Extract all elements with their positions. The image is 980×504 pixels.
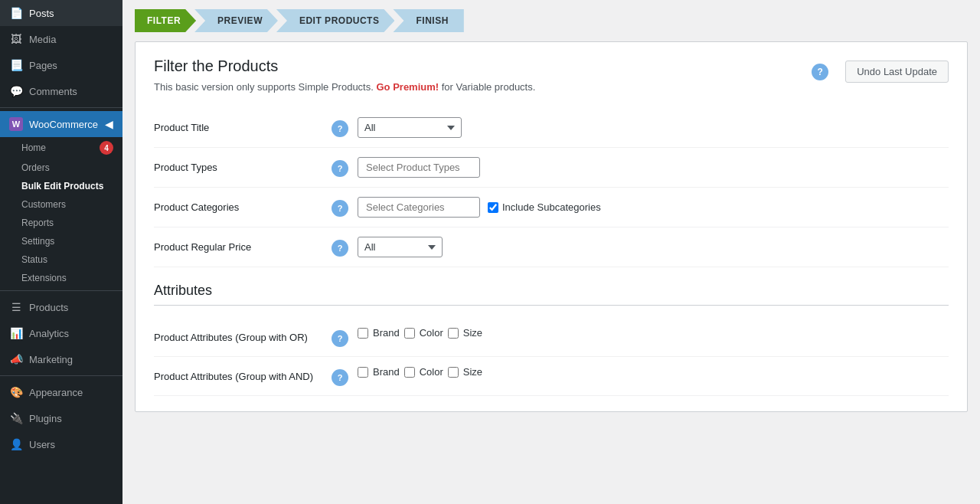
attr-or-size-label[interactable]: Size xyxy=(463,327,482,339)
product-attributes-or-control: Brand Color Size xyxy=(358,327,949,339)
sidebar-sep-2 xyxy=(0,290,122,291)
product-price-select[interactable]: All Less than Greater than Equal to xyxy=(358,237,443,257)
wizard-step-preview[interactable]: Preview xyxy=(194,9,278,32)
plugins-icon: 🔌 xyxy=(9,411,23,425)
sidebar-item-woocommerce[interactable]: W WooCommerce ◀ xyxy=(0,111,122,137)
products-icon: ☰ xyxy=(9,300,23,314)
media-icon: 🖼 xyxy=(9,32,23,46)
attributes-title: Attributes xyxy=(154,283,949,299)
attr-and-color-checkbox[interactable] xyxy=(404,367,415,378)
go-premium-link[interactable]: Go Premium! xyxy=(376,81,439,93)
product-attributes-and-help[interactable]: ? xyxy=(332,369,348,386)
attr-and-brand-checkbox[interactable] xyxy=(358,367,368,378)
posts-icon: 📄 xyxy=(9,6,23,20)
sidebar-item-posts[interactable]: 📄 Posts xyxy=(0,0,122,26)
product-categories-placeholder[interactable]: Select Categories xyxy=(358,197,480,218)
users-icon: 👤 xyxy=(9,437,23,451)
attr-and-size-label[interactable]: Size xyxy=(463,366,482,378)
sidebar-item-products[interactable]: ☰ Products xyxy=(0,294,122,320)
include-subcategories-text: Include Subcategories xyxy=(502,201,601,213)
product-attributes-and-label: Product Attributes (Group with AND) xyxy=(154,366,322,382)
product-types-help[interactable]: ? xyxy=(332,160,348,177)
sidebar-item-comments[interactable]: 💬 Comments xyxy=(0,78,122,104)
sidebar-item-analytics[interactable]: 📊 Analytics xyxy=(0,320,122,346)
extensions-label: Extensions xyxy=(21,273,67,283)
home-label: Home xyxy=(21,142,46,153)
sidebar-item-orders[interactable]: Orders xyxy=(0,159,122,177)
attr-and-size-checkbox[interactable] xyxy=(448,367,459,378)
include-subcategories-checkbox[interactable] xyxy=(488,202,498,213)
pages-icon: 📃 xyxy=(9,58,23,72)
sidebar-item-reports[interactable]: Reports xyxy=(0,214,122,232)
appearance-label: Appearance xyxy=(29,387,83,398)
attr-or-brand-label[interactable]: Brand xyxy=(373,327,400,339)
sidebar-item-media[interactable]: 🖼 Media xyxy=(0,26,122,52)
sidebar-item-status[interactable]: Status xyxy=(0,250,122,269)
sidebar-item-settings[interactable]: Settings xyxy=(0,232,122,250)
product-attributes-and-control: Brand Color Size xyxy=(358,366,949,378)
customers-label: Customers xyxy=(21,199,66,210)
product-types-placeholder[interactable]: Select Product Types xyxy=(358,157,480,178)
product-title-select[interactable]: All Contains Does not contain xyxy=(358,117,462,138)
analytics-icon: 📊 xyxy=(9,326,23,340)
sidebar-item-users[interactable]: 👤 Users xyxy=(0,431,122,457)
product-title-label: Product Title xyxy=(154,117,322,133)
attr-and-brand-label[interactable]: Brand xyxy=(373,366,400,378)
filter-panel: Filter the Products This basic version o… xyxy=(135,41,968,412)
sidebar-label-pages: Pages xyxy=(29,60,57,71)
sidebar-label-media: Media xyxy=(29,34,56,45)
woocommerce-collapse-icon: ◀ xyxy=(105,118,113,130)
product-categories-help[interactable]: ? xyxy=(332,200,348,217)
home-badge: 4 xyxy=(100,141,113,155)
sidebar-item-appearance[interactable]: 🎨 Appearance xyxy=(0,379,122,405)
product-attributes-or-row: Product Attributes (Group with OR) ? Bra… xyxy=(154,318,949,357)
sidebar-item-marketing[interactable]: 📣 Marketing xyxy=(0,346,122,372)
product-price-help[interactable]: ? xyxy=(332,240,348,257)
sidebar-item-extensions[interactable]: Extensions xyxy=(0,269,122,287)
comments-icon: 💬 xyxy=(9,84,23,98)
filter-subtitle-prefix: This basic version only supports Simple … xyxy=(154,81,374,93)
attr-or-size-checkbox[interactable] xyxy=(448,328,459,339)
sidebar-label-comments: Comments xyxy=(29,86,77,97)
woocommerce-label: WooCommerce xyxy=(29,119,98,130)
sidebar-label-posts: Posts xyxy=(29,8,54,19)
undo-last-update-button[interactable]: Undo Last Update xyxy=(845,61,949,83)
sidebar-item-home[interactable]: Home 4 xyxy=(0,137,122,159)
filter-subtitle-suffix: for Variable products. xyxy=(442,81,536,93)
product-attributes-or-label: Product Attributes (Group with OR) xyxy=(154,327,322,343)
product-categories-control: Select Categories Include Subcategories xyxy=(358,197,949,218)
filter-subtitle: This basic version only supports Simple … xyxy=(154,81,535,93)
main-content: Filter Preview Edit Products Finish Filt… xyxy=(122,0,980,504)
include-subcategories-label[interactable]: Include Subcategories xyxy=(488,201,601,213)
product-attributes-or-help[interactable]: ? xyxy=(332,330,348,347)
attr-or-color-checkbox[interactable] xyxy=(404,328,415,339)
wizard-bar: Filter Preview Edit Products Finish xyxy=(122,0,980,32)
attr-or-brand-checkbox[interactable] xyxy=(358,328,368,339)
wizard-step-filter[interactable]: Filter xyxy=(135,9,196,32)
attr-or-color-label[interactable]: Color xyxy=(420,327,443,339)
attr-and-checkboxes: Brand Color Size xyxy=(358,366,482,378)
attr-and-color-label[interactable]: Color xyxy=(420,366,443,378)
product-title-help[interactable]: ? xyxy=(332,120,348,137)
appearance-icon: 🎨 xyxy=(9,385,23,399)
bulk-edit-label: Bulk Edit Products xyxy=(21,181,103,191)
products-label: Products xyxy=(29,302,68,313)
product-categories-label: Product Categories xyxy=(154,197,322,213)
wizard-step-edit[interactable]: Edit Products xyxy=(276,9,395,32)
wizard-step-finish[interactable]: Finish xyxy=(393,9,463,32)
help-icon-main[interactable]: ? xyxy=(812,64,828,80)
product-types-row: Product Types ? Select Product Types xyxy=(154,148,949,188)
reports-label: Reports xyxy=(21,218,54,228)
sidebar-item-plugins[interactable]: 🔌 Plugins xyxy=(0,405,122,431)
marketing-icon: 📣 xyxy=(9,352,23,366)
sidebar-item-customers[interactable]: Customers xyxy=(0,195,122,214)
product-title-row: Product Title ? All Contains Does not co… xyxy=(154,108,949,148)
wizard-step-edit-label: Edit Products xyxy=(299,15,380,26)
product-price-control: All Less than Greater than Equal to xyxy=(358,237,949,257)
wizard-step-preview-label: Preview xyxy=(217,15,263,26)
sidebar-sep-3 xyxy=(0,375,122,376)
sidebar-item-pages[interactable]: 📃 Pages xyxy=(0,52,122,78)
sidebar-item-bulk-edit[interactable]: Bulk Edit Products xyxy=(0,177,122,195)
status-label: Status xyxy=(21,254,47,265)
product-attributes-and-row: Product Attributes (Group with AND) ? Br… xyxy=(154,357,949,396)
